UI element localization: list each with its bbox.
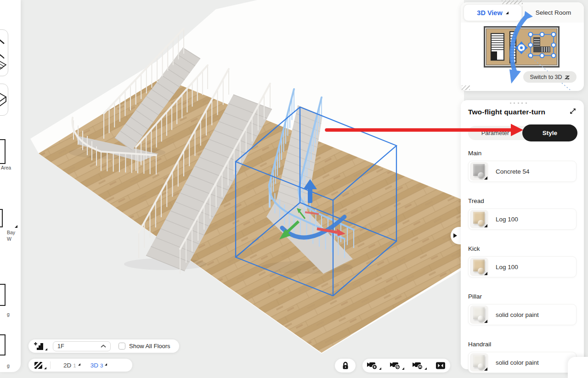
- sidebar-label-bay2[interactable]: W: [7, 236, 11, 242]
- select-room-tab[interactable]: Select Room: [523, 2, 584, 23]
- z-arrow-icon: [565, 74, 570, 80]
- sidebar-label-bay[interactable]: Bay: [7, 230, 15, 235]
- camera-plus-icon: [367, 361, 378, 370]
- expand-corner-icon: [15, 225, 17, 228]
- toggle-3d[interactable]: 3D 3: [90, 362, 103, 369]
- panel-grip[interactable]: [510, 102, 527, 104]
- show-all-floors-checkbox[interactable]: [119, 343, 125, 350]
- render-mode-button[interactable]: [34, 361, 46, 370]
- material-thumbnail: [470, 353, 488, 372]
- camera-views-button[interactable]: [413, 361, 427, 370]
- add-floor-button[interactable]: [34, 342, 47, 351]
- tab-style[interactable]: Style: [522, 124, 577, 141]
- corner-popup[interactable]: [568, 357, 588, 378]
- expand-arrows-icon: [569, 107, 577, 115]
- sidebar-tool-bay-window-icon[interactable]: [0, 209, 3, 227]
- camera-layers-icon: [413, 361, 424, 370]
- sidebar-label-g1[interactable]: g: [7, 311, 10, 317]
- parameter-style-tabs: Parameter Style: [468, 124, 577, 141]
- chevron-up-icon: [101, 344, 106, 348]
- corner-icon: [78, 363, 80, 366]
- material-card-handrail[interactable]: solid color paint: [468, 352, 577, 373]
- section-label-main: Main: [468, 150, 577, 157]
- expand-panel-button[interactable]: [569, 107, 577, 117]
- sidebar-tool-icon[interactable]: [0, 284, 6, 306]
- minimap-header: 3D View Select Room: [461, 2, 584, 23]
- sidebar-label-area[interactable]: Area: [1, 165, 11, 170]
- material-thumbnail: [470, 258, 488, 276]
- show-all-floors-label: Show All Floors: [129, 343, 170, 350]
- switch-to-3d-button[interactable]: Switch to 3D: [523, 71, 577, 83]
- material-thumbnail: [470, 162, 488, 181]
- view-mode-label: 3D View: [477, 9, 502, 17]
- tool-sidebar: Area Bay W g g: [0, 0, 21, 372]
- material-thumbnail: [470, 210, 488, 228]
- right-triangle-icon: [453, 233, 457, 238]
- camera-toolbar: [362, 359, 450, 372]
- dropdown-corner-icon: [506, 11, 509, 14]
- resize-hatch: [502, 0, 523, 4]
- divider: [50, 361, 51, 369]
- camera-settings-button[interactable]: [390, 361, 404, 370]
- sidebar-tool-slab-icon[interactable]: [0, 84, 8, 116]
- section-label-kick: Kick: [468, 245, 577, 252]
- corner-icon: [105, 363, 107, 366]
- section-label-handrail: Handrail: [468, 341, 577, 348]
- toggle-2d[interactable]: 2D 1: [63, 362, 76, 369]
- panel-title: Two-flight quarter-turn: [468, 108, 545, 116]
- lock-icon: [342, 361, 349, 370]
- gizmo-up-arrow: [308, 188, 312, 203]
- sidebar-tool-icon[interactable]: [0, 334, 6, 355]
- material-thumbnail: [470, 305, 488, 324]
- view-mode-toggle-bar: 2D 1 3D 3: [28, 359, 132, 372]
- render-image-button[interactable]: [435, 361, 446, 370]
- lock-button[interactable]: [335, 359, 356, 372]
- add-camera-button[interactable]: [367, 361, 381, 370]
- sidebar-tool-draw-icon[interactable]: [0, 29, 8, 76]
- camera-gear-icon: [390, 361, 401, 370]
- sidebar-label-g2[interactable]: g: [7, 363, 10, 368]
- tab-parameter[interactable]: Parameter: [468, 126, 522, 140]
- floor-selector-bar: 1F Show All Floors: [28, 339, 179, 353]
- minimap-panel: 3D View Select Room: [461, 2, 584, 91]
- floor-dropdown[interactable]: 1F: [53, 341, 111, 351]
- thumbnail-corner-icon: [484, 224, 487, 227]
- diagonal-stripes-icon: [34, 361, 43, 370]
- render-frame-icon: [435, 361, 446, 370]
- material-card-tread[interactable]: Log 100: [468, 209, 577, 230]
- thumbnail-corner-icon: [484, 176, 487, 180]
- resize-hatch: [462, 85, 470, 90]
- material-card-main[interactable]: Concrete 54: [468, 161, 577, 182]
- thumbnail-corner-icon: [484, 367, 487, 371]
- floorplan-thumbnail[interactable]: [484, 26, 560, 68]
- section-label-pillar: Pillar: [468, 293, 577, 300]
- section-label-tread: Tread: [468, 197, 577, 204]
- thumbnail-corner-icon: [484, 272, 487, 275]
- view-mode-dropdown[interactable]: 3D View: [464, 4, 522, 21]
- thumbnail-corner-icon: [484, 320, 487, 323]
- stairs-plus-icon: [34, 342, 44, 351]
- material-card-kick[interactable]: Log 100: [468, 256, 577, 277]
- material-card-pillar[interactable]: solid color paint: [468, 304, 577, 325]
- sidebar-tool-area-icon[interactable]: [0, 139, 6, 164]
- properties-panel: Two-flight quarter-turn Parameter Style …: [461, 100, 584, 369]
